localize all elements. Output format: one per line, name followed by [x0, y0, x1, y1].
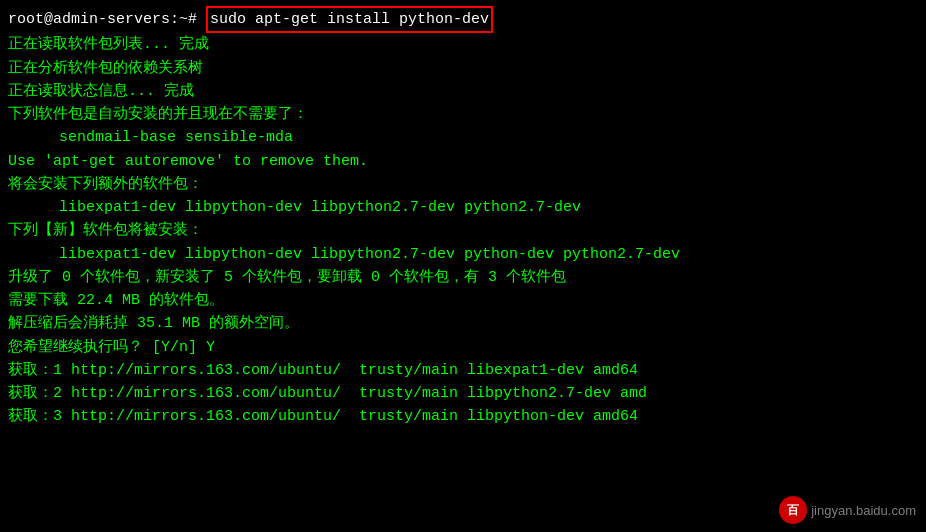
- watermark: jingyan.baidu.com: [779, 496, 916, 524]
- terminal-line-16: 获取：1 http://mirrors.163.com/ubuntu/ trus…: [8, 359, 918, 382]
- terminal-line-12: 升级了 0 个软件包，新安装了 5 个软件包，要卸载 0 个软件包，有 3 个软…: [8, 266, 918, 289]
- terminal-line-13: 需要下载 22.4 MB 的软件包。: [8, 289, 918, 312]
- command-text: sudo apt-get install python-dev: [206, 6, 493, 33]
- terminal-line-14: 解压缩后会消耗掉 35.1 MB 的额外空间。: [8, 312, 918, 335]
- terminal-line-15: 您希望继续执行吗？ [Y/n] Y: [8, 336, 918, 359]
- watermark-text: jingyan.baidu.com: [811, 503, 916, 518]
- baidu-logo: [779, 496, 807, 524]
- terminal-line-17: 获取：2 http://mirrors.163.com/ubuntu/ trus…: [8, 382, 918, 405]
- terminal-line-8: 将会安装下列额外的软件包：: [8, 173, 918, 196]
- terminal-line-10: 下列【新】软件包将被安装：: [8, 219, 918, 242]
- prompt-text: root@admin-servers:~#: [8, 8, 206, 31]
- terminal-line-9: libexpat1-dev libpython-dev libpython2.7…: [8, 196, 918, 219]
- terminal-line-1: root@admin-servers:~# sudo apt-get insta…: [8, 6, 918, 33]
- terminal-line-4: 正在读取状态信息... 完成: [8, 80, 918, 103]
- terminal-line-2: 正在读取软件包列表... 完成: [8, 33, 918, 56]
- terminal-line-5: 下列软件包是自动安装的并且现在不需要了：: [8, 103, 918, 126]
- terminal-line-3: 正在分析软件包的依赖关系树: [8, 57, 918, 80]
- terminal-line-18: 获取：3 http://mirrors.163.com/ubuntu/ trus…: [8, 405, 918, 428]
- terminal-line-7: Use 'apt-get autoremove' to remove them.: [8, 150, 918, 173]
- terminal-line-11: libexpat1-dev libpython-dev libpython2.7…: [8, 243, 918, 266]
- terminal: root@admin-servers:~# sudo apt-get insta…: [0, 0, 926, 532]
- terminal-line-6: sendmail-base sensible-mda: [8, 126, 918, 149]
